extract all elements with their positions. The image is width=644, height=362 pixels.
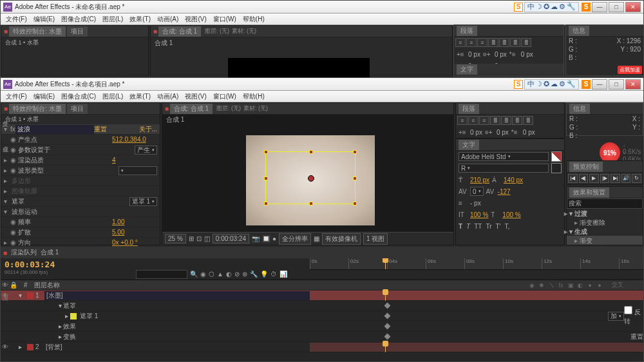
reset-link[interactable]: 重置 [94, 125, 139, 134]
prop-value[interactable]: 0x +0.0 ° [112, 239, 157, 246]
preview-tab[interactable]: 预览控制 [569, 162, 603, 172]
timecode[interactable]: 0:00:03:24 [5, 260, 61, 269]
info-tab[interactable]: 信息 [569, 26, 589, 36]
indent-val[interactable]: 0 px [521, 51, 533, 58]
hscale-val[interactable]: 100 % [502, 211, 520, 218]
twirl-icon[interactable]: ▾ [4, 198, 10, 205]
char-tab[interactable]: 文字 [457, 64, 477, 75]
fx-tab[interactable]: 效果和预置 [569, 187, 609, 198]
comp-canvas[interactable] [246, 135, 375, 225]
prop-dropdown[interactable]: 产生 [135, 146, 157, 155]
time-display[interactable]: 0:00:03:24 [213, 234, 249, 243]
minimize-button[interactable]: — [592, 2, 607, 12]
menu-item[interactable]: 编辑(E) [31, 91, 57, 102]
ime-icon[interactable]: ☁ [551, 3, 558, 11]
mask-handle[interactable] [264, 176, 268, 180]
vscale-val[interactable]: 100 % [470, 211, 488, 218]
ime-icon[interactable]: 🔧 [567, 80, 576, 88]
effect-header[interactable]: ▾ fx 波浪 重置 关于... [1, 124, 160, 135]
loop-icon[interactable]: ↻ [632, 174, 641, 183]
close-tab-icon[interactable]: ■ [4, 28, 8, 35]
footage-tab[interactable]: 素材: (无) [232, 27, 256, 35]
mask-color[interactable] [70, 313, 77, 319]
switch-hdr[interactable]: ◉ [527, 282, 536, 289]
ime-icon[interactable]: ⚙ [559, 80, 565, 88]
mask-rect[interactable] [265, 151, 355, 204]
tool-icon[interactable]: ⏱ [270, 271, 277, 278]
stroke-swatch[interactable] [551, 163, 562, 173]
layer-color[interactable] [27, 344, 33, 350]
maximize-button[interactable]: □ [609, 2, 624, 12]
timecode-block[interactable]: 0:00:03:24 00114 (30.000 fps) [1, 258, 65, 280]
views-dropdown[interactable]: 1 视图 [363, 233, 388, 245]
align-center-icon[interactable]: ≡ [468, 116, 478, 125]
indent-val[interactable]: 0 px [495, 51, 507, 58]
comp-name-label[interactable]: 合成 1 [162, 115, 453, 125]
tool-icon[interactable]: 📊 [279, 271, 287, 278]
project-tab[interactable]: 项目 [67, 26, 88, 37]
prop-dropdown[interactable] [118, 166, 157, 175]
info-tab[interactable]: 信息 [569, 104, 590, 114]
twirl-icon[interactable]: ▸ [4, 177, 10, 184]
zoom-dropdown[interactable]: 25 % [165, 234, 186, 243]
twirl-icon[interactable]: ▾ [4, 126, 10, 133]
stopwatch-icon[interactable]: ◉ [10, 136, 17, 143]
tool-icon[interactable]: ◉ [200, 271, 206, 278]
maximize-button[interactable]: □ [609, 79, 624, 90]
playhead[interactable] [385, 291, 386, 301]
menu-item[interactable]: 效果(T) [127, 91, 153, 102]
sogou-icon[interactable]: S [514, 80, 523, 89]
prop-value[interactable]: 1.00 [112, 218, 157, 225]
mask-handle[interactable] [353, 150, 357, 154]
layer-color[interactable] [27, 292, 33, 299]
last-frame-icon[interactable]: ▶| [611, 174, 620, 183]
project-tab[interactable]: 项目 [67, 104, 88, 114]
minimize-button[interactable]: — [592, 79, 607, 90]
tool-icon[interactable]: 🔍 [190, 271, 198, 278]
close-tab-icon[interactable]: ■ [153, 28, 157, 35]
ime-icon[interactable]: 🔧 [567, 3, 576, 11]
align-left-icon[interactable]: ≡ [457, 116, 468, 125]
comp-tab[interactable]: 合成: 合成 1 [158, 26, 201, 37]
layer-tab[interactable]: 图层: (无) [216, 104, 241, 113]
superscript[interactable]: T' [496, 223, 501, 230]
menu-item[interactable]: 编辑(E) [31, 14, 57, 24]
val[interactable]: 0 px [523, 129, 535, 136]
comp-tab[interactable]: 合成: 合成 1 [170, 104, 213, 114]
justify-icon[interactable]: ≣ [488, 38, 498, 47]
play-icon[interactable]: ▶ [589, 174, 599, 183]
justify-all-icon[interactable]: ≣ [523, 116, 533, 125]
effect-name[interactable]: 波浪 [15, 125, 94, 134]
close-button[interactable]: ✕ [625, 79, 641, 90]
track-val[interactable]: -127 [498, 188, 511, 195]
twirl-icon[interactable]: ▸ [4, 239, 10, 246]
menu-item[interactable]: 文件(F) [3, 91, 30, 102]
mask-handle[interactable] [353, 176, 357, 180]
stopwatch-icon[interactable]: ◉ [10, 167, 17, 174]
menu-item[interactable]: 窗口(W) [211, 14, 239, 24]
audio-icon[interactable]: 🔊 [621, 174, 631, 183]
menu-item[interactable]: 窗口(W) [211, 91, 239, 102]
justify-icon[interactable]: ≣ [499, 38, 509, 47]
prop-value[interactable]: 4 [112, 157, 157, 164]
footage-tab[interactable]: 素材: (无) [243, 104, 268, 113]
effects-tab[interactable]: 特效控制台: 水墨 [9, 26, 66, 37]
ime-icon[interactable]: ⚙ [559, 3, 565, 11]
mask-handle[interactable] [264, 202, 268, 205]
menu-item[interactable]: 图层(L) [100, 14, 126, 24]
justify-icon[interactable]: ≣ [510, 38, 520, 47]
align-left-icon[interactable]: ≡ [455, 38, 466, 47]
keyframe-icon[interactable] [384, 323, 391, 330]
align-right-icon[interactable]: ≡ [479, 116, 489, 125]
menu-item[interactable]: 动画(A) [155, 14, 181, 24]
grid-icon[interactable]: ⊞ [189, 235, 194, 242]
keyframe-icon[interactable] [384, 334, 391, 340]
channel-icon[interactable]: ● [272, 235, 276, 242]
render-tab[interactable]: 渲染队列 [11, 248, 37, 257]
close-button[interactable]: ✕ [625, 2, 641, 12]
menu-item[interactable]: 帮助(H) [240, 14, 267, 24]
tl-search[interactable] [136, 270, 187, 279]
ime-icon[interactable]: ✪ [544, 3, 549, 11]
comp-name-label[interactable]: 合成 1 [151, 37, 452, 49]
menu-item[interactable]: 视图(V) [182, 91, 209, 102]
